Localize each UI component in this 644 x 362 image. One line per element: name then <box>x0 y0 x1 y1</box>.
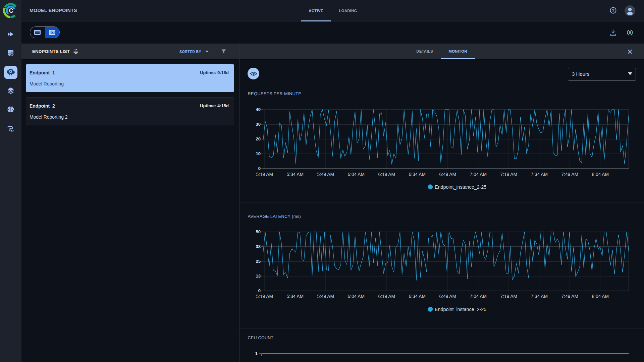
svg-text:1: 1 <box>255 351 258 356</box>
svg-text:40: 40 <box>256 107 261 112</box>
svg-text:CPU COUNT: CPU COUNT <box>248 336 274 340</box>
svg-text:6:34 AM: 6:34 AM <box>409 172 426 177</box>
svg-text:6:19 AM: 6:19 AM <box>378 294 395 299</box>
svg-text:38: 38 <box>256 244 261 249</box>
svg-text:10: 10 <box>256 151 261 156</box>
svg-text:?: ? <box>612 8 614 13</box>
svg-text:7:34 AM: 7:34 AM <box>531 294 548 299</box>
svg-text:25: 25 <box>256 259 261 264</box>
svg-text:Endpoint_instance_2-25: Endpoint_instance_2-25 <box>435 307 486 312</box>
svg-text:7:19 AM: 7:19 AM <box>500 294 517 299</box>
svg-text:AVERAGE LATENCY (ms): AVERAGE LATENCY (ms) <box>248 214 301 219</box>
svg-text:6:04 AM: 6:04 AM <box>347 294 365 299</box>
svg-text:5:19 AM: 5:19 AM <box>256 172 273 177</box>
svg-text:0: 0 <box>258 166 261 171</box>
svg-text:13: 13 <box>256 274 261 279</box>
svg-text:C: C <box>9 7 13 14</box>
svg-text:6:34 AM: 6:34 AM <box>409 294 426 299</box>
svg-text:8:04 AM: 8:04 AM <box>592 294 609 299</box>
svg-text:6:49 AM: 6:49 AM <box>439 172 456 177</box>
svg-text:REQUESTS PER MINUTE: REQUESTS PER MINUTE <box>248 91 302 96</box>
svg-text:7:49 AM: 7:49 AM <box>561 172 578 177</box>
svg-text:30: 30 <box>256 122 261 127</box>
svg-text:5:49 AM: 5:49 AM <box>317 172 334 177</box>
svg-text:5:34 AM: 5:34 AM <box>286 172 304 177</box>
svg-text:6:04 AM: 6:04 AM <box>347 172 365 177</box>
svg-text:7:04 AM: 7:04 AM <box>470 294 487 299</box>
svg-text:6:49 AM: 6:49 AM <box>439 294 456 299</box>
svg-text:6:19 AM: 6:19 AM <box>378 172 395 177</box>
svg-text:Endpoint_instance_2-25: Endpoint_instance_2-25 <box>435 184 486 190</box>
svg-text:7:34 AM: 7:34 AM <box>531 172 548 177</box>
svg-text:7:19 AM: 7:19 AM <box>500 172 517 177</box>
svg-text:5:49 AM: 5:49 AM <box>317 294 334 299</box>
svg-text:20: 20 <box>256 136 261 141</box>
svg-text:0: 0 <box>258 288 261 293</box>
svg-text:50: 50 <box>256 229 261 234</box>
svg-text:8:04 AM: 8:04 AM <box>592 172 609 177</box>
svg-text:7:49 AM: 7:49 AM <box>561 294 578 299</box>
svg-text:5:19 AM: 5:19 AM <box>256 294 273 299</box>
svg-text:5:34 AM: 5:34 AM <box>286 294 304 299</box>
svg-text:7:04 AM: 7:04 AM <box>470 172 487 177</box>
